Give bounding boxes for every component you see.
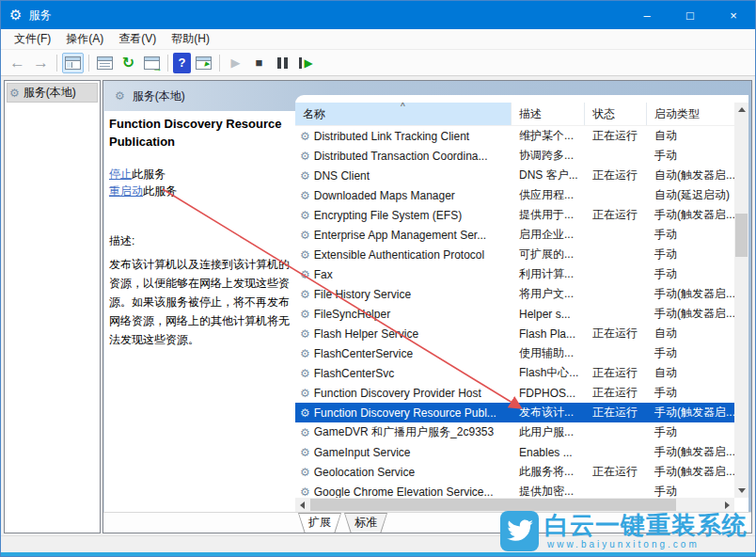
forward-icon[interactable]	[30, 53, 52, 73]
menu-view[interactable]: 查看(V)	[111, 29, 164, 49]
menu-bar: 文件(F)操作(A)查看(V)帮助(H)	[1, 29, 755, 50]
service-status-cell	[585, 284, 647, 304]
toolbar-separator	[219, 55, 220, 72]
table-row[interactable]: ⚙Geolocation Service此服务将...正在运行手动(触发器启..…	[295, 462, 734, 482]
table-row[interactable]: ⚙FlashCenterSvcFlash中心...正在运行自动	[295, 363, 734, 383]
export-list-icon[interactable]	[141, 53, 163, 73]
properties-icon[interactable]	[94, 53, 116, 73]
table-row[interactable]: ⚙Downloaded Maps Manager供应用程...自动(延迟启动)	[295, 185, 734, 205]
column-header-2[interactable]: 状态	[585, 103, 647, 125]
service-name-cell: ⚙Extensible Authentication Protocol	[295, 245, 512, 264]
horizontal-scrollbar[interactable]	[295, 498, 734, 512]
service-startup-cell: 手动	[647, 264, 734, 284]
table-row[interactable]: ⚙GameDVR 和广播用户服务_2c9353此用户服...手动	[295, 422, 734, 442]
services-window: ⚙ 服务 – □ × 文件(F)操作(A)查看(V)帮助(H) ⚙ 服务(本地)…	[0, 0, 756, 557]
service-status-cell	[585, 442, 647, 462]
table-row[interactable]: ⚙FlashCenterService使用辅助...手动	[295, 343, 734, 363]
table-row[interactable]: ⚙DNS ClientDNS 客户...正在运行自动(触发器启...	[295, 166, 734, 185]
scroll-up-button[interactable]	[734, 103, 748, 117]
services-pane: ⚙ 服务(本地) Function Discovery Resource Pub…	[102, 80, 752, 533]
table-row[interactable]: ⚙Flash Helper ServiceFlash Pla...正在运行自动	[295, 324, 734, 343]
titlebar: ⚙ 服务 – □ ×	[1, 1, 755, 29]
service-status-cell: 正在运行	[585, 363, 647, 383]
service-name-cell: ⚙GameInput Service	[295, 442, 512, 462]
menu-file[interactable]: 文件(F)	[7, 29, 58, 49]
close-button[interactable]: ×	[712, 1, 755, 29]
start-service-icon[interactable]	[225, 53, 246, 73]
table-row[interactable]: ⚙Function Discovery Resource Publ...发布该计…	[295, 403, 734, 422]
service-status-cell: 正在运行	[585, 205, 647, 225]
scroll-right-button[interactable]	[720, 498, 734, 512]
back-icon[interactable]	[7, 53, 28, 73]
table-row[interactable]: ⚙GameInput ServiceEnables ...手动(触发器启...	[295, 442, 734, 462]
menu-action[interactable]: 操作(A)	[58, 29, 111, 49]
service-gear-icon: ⚙	[300, 268, 310, 281]
app-gear-icon: ⚙	[9, 7, 22, 24]
pause-service-icon[interactable]	[272, 53, 293, 73]
service-startup-cell: 手动(触发器启...	[647, 462, 734, 482]
vertical-scroll-thumb[interactable]	[735, 214, 748, 257]
service-startup-cell: 手动	[647, 383, 734, 403]
sort-ascending-indicator: ^	[401, 102, 405, 112]
description-label: 描述:	[109, 233, 290, 249]
service-gear-icon: ⚙	[300, 485, 310, 499]
stop-service-line: 停止此服务	[109, 166, 290, 183]
stop-service-icon[interactable]	[248, 53, 270, 73]
scroll-down-button[interactable]	[734, 484, 748, 498]
toolbar	[1, 50, 755, 76]
table-row[interactable]: ⚙Enterprise App Management Ser...启用企业...…	[295, 225, 734, 245]
maximize-button[interactable]: □	[669, 1, 712, 29]
service-name-cell: ⚙GameDVR 和广播用户服务_2c9353	[295, 422, 512, 442]
show-action-pane-icon[interactable]	[193, 53, 214, 73]
service-desc-cell: 启用企业...	[512, 225, 585, 245]
restart-service-link[interactable]: 重启动	[109, 184, 143, 198]
tab-扩展[interactable]: 扩展	[298, 513, 341, 533]
service-status-cell	[585, 422, 647, 442]
toolbar-separator	[56, 55, 57, 72]
table-row[interactable]: ⚙FileSyncHelperHelper s...手动(触发器启...	[295, 304, 734, 324]
service-gear-icon: ⚙	[300, 367, 310, 380]
restart-service-icon[interactable]	[295, 53, 317, 73]
horizontal-scroll-thumb[interactable]	[310, 499, 676, 511]
console-tree: ⚙ 服务(本地)	[4, 80, 101, 533]
service-desc-cell: 此用户服...	[512, 422, 585, 442]
table-row[interactable]: ⚙Function Discovery Provider HostFDPHOS.…	[295, 383, 734, 403]
service-status-cell	[585, 245, 647, 264]
menu-help[interactable]: 帮助(H)	[164, 29, 217, 49]
column-header-3[interactable]: 启动类型	[647, 103, 734, 125]
table-row[interactable]: ⚙Encrypting File System (EFS)提供用于...正在运行…	[295, 205, 734, 225]
service-desc-cell: 供应用程...	[512, 185, 585, 205]
watermark-bottom-line	[1, 552, 755, 556]
column-header-1[interactable]: 描述	[512, 103, 585, 125]
scroll-left-button[interactable]	[295, 498, 309, 512]
service-name-cell: ⚙FileSyncHelper	[295, 304, 512, 324]
table-row[interactable]: ⚙Extensible Authentication Protocol可扩展的.…	[295, 245, 734, 264]
table-row[interactable]: ⚙Google Chrome Elevation Service...提供加密.…	[295, 482, 734, 498]
service-startup-cell: 自动	[647, 126, 734, 146]
table-row[interactable]: ⚙Fax利用计算...手动	[295, 264, 734, 284]
service-name-cell: ⚙Flash Helper Service	[295, 324, 512, 343]
vertical-scrollbar[interactable]	[734, 103, 748, 498]
column-header-0[interactable]: 名称^	[295, 103, 512, 125]
table-row[interactable]: ⚙Distributed Link Tracking Client维护某个...…	[295, 126, 734, 146]
table-row[interactable]: ⚙File History Service将用户文...手动(触发器启...	[295, 284, 734, 304]
bird-logo-icon	[500, 511, 539, 551]
sidebar-item-services-local[interactable]: ⚙ 服务(本地)	[7, 83, 98, 103]
services-list-panel: 名称^描述状态启动类型 ⚙Distributed Link Tracking C…	[295, 95, 748, 512]
refresh-icon[interactable]	[118, 53, 139, 73]
stop-service-link[interactable]: 停止	[109, 167, 132, 181]
tab-标准[interactable]: 标准	[344, 513, 387, 533]
minimize-button[interactable]: –	[625, 1, 669, 29]
service-desc-cell: 发布该计...	[512, 403, 585, 422]
service-startup-cell: 手动	[647, 422, 734, 442]
help-icon[interactable]	[173, 53, 191, 73]
service-name-cell: ⚙Fax	[295, 264, 512, 284]
table-body: ⚙Distributed Link Tracking Client维护某个...…	[295, 126, 734, 498]
table-row[interactable]: ⚙Distributed Transaction Coordina...协调跨多…	[295, 146, 734, 166]
show-console-tree-icon[interactable]	[62, 53, 84, 73]
service-desc-cell: FDPHOS...	[512, 383, 585, 403]
service-startup-cell: 手动(触发器启...	[647, 304, 734, 324]
pane-header-label: 服务(本地)	[133, 88, 185, 104]
service-gear-icon: ⚙	[300, 229, 310, 242]
service-gear-icon: ⚙	[300, 347, 310, 360]
